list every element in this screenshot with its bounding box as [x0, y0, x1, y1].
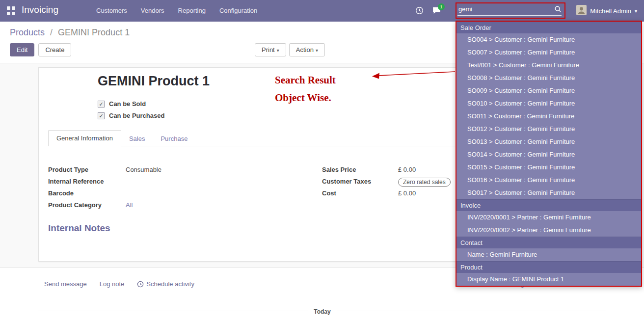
dropdown-item[interactable]: SO013 > Customer : Gemini Furniture: [456, 135, 641, 148]
checkbox-row: ✓Can be Sold: [98, 100, 164, 108]
dropdown-item[interactable]: SO016 > Customer : Gemini Furniture: [456, 174, 641, 187]
annotation-text: Search Result Object Wise.: [275, 71, 336, 107]
dropdown-item[interactable]: INV/2020/0002 > Partner : Gemini Furnitu…: [456, 224, 641, 237]
action-dropdown-button[interactable]: Action▾: [289, 43, 325, 56]
today-divider: Today: [38, 307, 606, 316]
dropdown-item[interactable]: SO007 > Customer : Gemini Furniture: [456, 46, 641, 59]
dropdown-item[interactable]: Test/001 > Customer : Gemini Furniture: [456, 59, 641, 72]
breadcrumb-products[interactable]: Products: [10, 27, 45, 37]
dropdown-item[interactable]: SO014 > Customer : Gemini Furniture: [456, 148, 641, 161]
user-menu[interactable]: Mitchell Admin ▾: [576, 5, 637, 17]
dropdown-item[interactable]: Display Name : GEMINI Product 1: [456, 273, 641, 286]
dropdown-group-header: Sale Order: [456, 22, 641, 33]
checkbox-row: ✓Can be Purchased: [98, 112, 164, 119]
nav-menu-reporting[interactable]: Reporting: [178, 7, 206, 14]
field-row: Internal Reference: [48, 178, 303, 187]
checkbox[interactable]: ✓: [98, 101, 105, 108]
checkbox-label: Can be Sold: [109, 100, 146, 108]
nav-menu-configuration[interactable]: Configuration: [219, 7, 257, 14]
annotation-line1: Search Result: [275, 71, 336, 89]
dropdown-group-header: Invoice: [456, 199, 641, 211]
today-label: Today: [308, 308, 336, 315]
dropdown-item[interactable]: SO011 > Customer : Gemini Furniture: [456, 110, 641, 123]
caret-down-icon: ▾: [316, 48, 318, 53]
avatar: [576, 5, 587, 17]
tab-purchase[interactable]: Purchase: [153, 131, 195, 146]
create-button[interactable]: Create: [38, 43, 71, 56]
field-label: Product Category: [48, 201, 126, 209]
action-buttons: Print▾ Action▾: [255, 43, 325, 56]
search-input[interactable]: [457, 5, 554, 13]
send-message-button[interactable]: Send message: [44, 280, 87, 288]
activities-clock-icon[interactable]: [415, 6, 424, 17]
dropdown-group-header: Product: [456, 261, 641, 273]
internal-notes-title: Internal Notes: [48, 223, 110, 234]
field-label: Cost: [322, 189, 398, 197]
clock-icon: [415, 6, 424, 15]
messages-badge: 1: [438, 3, 445, 10]
chatter-links: Send message Log note Schedule activity: [44, 280, 194, 288]
tab-general-information[interactable]: General Information: [48, 130, 121, 146]
checkbox[interactable]: ✓: [98, 112, 105, 119]
action-label: Action: [296, 46, 314, 54]
schedule-clock-icon: [137, 281, 144, 288]
product-title: GEMINI Product 1: [98, 74, 210, 89]
user-name: Mitchell Admin: [590, 7, 631, 15]
breadcrumb-separator: /: [50, 27, 53, 37]
dropdown-item[interactable]: SO008 > Customer : Gemini Furniture: [456, 72, 641, 84]
dropdown-item[interactable]: SO004 > Customer : Gemini Furniture: [456, 33, 641, 46]
apps-menu-icon[interactable]: [7, 6, 16, 15]
field-label: Customer Taxes: [322, 178, 398, 185]
field-value[interactable]: All: [126, 201, 133, 209]
dropdown-item[interactable]: SO012 > Customer : Gemini Furniture: [456, 123, 641, 135]
nav-menu-vendors[interactable]: Vendors: [141, 7, 164, 14]
field-value: Consumable: [126, 166, 161, 173]
field-label: Barcode: [48, 189, 126, 197]
navbar-search: [457, 3, 562, 16]
print-label: Print: [262, 46, 275, 54]
dropdown-item[interactable]: SO015 > Customer : Gemini Furniture: [456, 161, 641, 174]
annotation-line2: Object Wise.: [275, 89, 336, 107]
fields-left: Product TypeConsumableInternal Reference…: [48, 166, 303, 213]
field-row: Product TypeConsumable: [48, 166, 303, 175]
schedule-activity-button[interactable]: Schedule activity: [137, 280, 194, 288]
dropdown-item[interactable]: SO010 > Customer : Gemini Furniture: [456, 97, 641, 110]
search-dropdown: Sale OrderSO004 > Customer : Gemini Furn…: [456, 21, 642, 287]
field-label: Sales Price: [322, 166, 398, 173]
dropdown-item[interactable]: SO017 > Customer : Gemini Furniture: [456, 187, 641, 199]
dropdown-group-header: Contact: [456, 237, 641, 248]
field-label: Product Type: [48, 166, 126, 173]
top-navbar: Invoicing CustomersVendorsReportingConfi…: [0, 0, 644, 22]
schedule-activity-label: Schedule activity: [146, 280, 194, 288]
dropdown-item[interactable]: INV/2020/0001 > Partner : Gemini Furnitu…: [456, 211, 641, 224]
breadcrumb: Products / GEMINI Product 1: [10, 27, 130, 38]
field-row: Product CategoryAll: [48, 201, 303, 210]
tab-sales[interactable]: Sales: [121, 131, 153, 146]
log-note-button[interactable]: Log note: [100, 280, 125, 288]
messages-icon[interactable]: 1: [432, 6, 441, 17]
field-value: Zero rated sales: [398, 178, 451, 187]
field-label: Internal Reference: [48, 178, 126, 185]
dropdown-item[interactable]: SO009 > Customer : Gemini Furniture: [456, 84, 641, 97]
chevron-down-icon: ▾: [635, 8, 637, 14]
caret-down-icon: ▾: [277, 48, 279, 53]
print-dropdown-button[interactable]: Print▾: [255, 43, 286, 56]
field-value: £ 0.00: [398, 189, 416, 197]
breadcrumb-current: GEMINI Product 1: [58, 27, 130, 37]
checkbox-group: ✓Can be Sold✓Can be Purchased: [98, 100, 164, 124]
dropdown-item[interactable]: Name : Gemini Furniture: [456, 248, 641, 261]
form-buttons: Edit Create: [10, 43, 71, 56]
field-value: £ 0.00: [398, 166, 416, 173]
app-name[interactable]: Invoicing: [22, 4, 58, 15]
nav-menu-customers[interactable]: Customers: [96, 7, 127, 14]
edit-button[interactable]: Edit: [10, 43, 34, 56]
checkbox-label: Can be Purchased: [109, 112, 164, 119]
nav-menus: CustomersVendorsReportingConfiguration: [96, 7, 257, 14]
field-row: Barcode: [48, 189, 303, 198]
annotation-arrow-icon: [371, 69, 458, 81]
search-icon[interactable]: [554, 5, 562, 13]
